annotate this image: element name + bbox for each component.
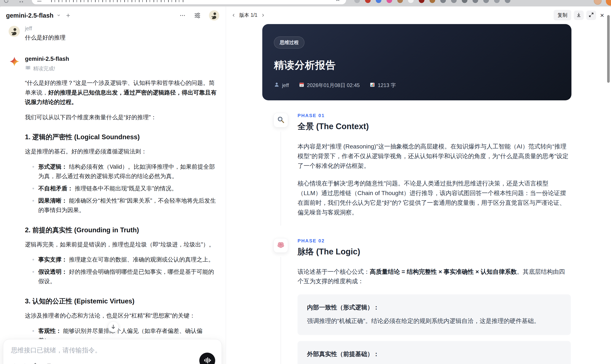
version-nav: 版本 1/1 bbox=[232, 12, 265, 18]
attach-button[interactable] bbox=[11, 363, 18, 364]
section-intro: 这是推理的基石。好的推理必须遵循逻辑法则： bbox=[25, 147, 217, 156]
phase-paragraph: 核心情境在于解决“思考的随意性”问题。不论是人类通过批判性思维进行决策，还是大语… bbox=[298, 179, 571, 217]
phase-rail bbox=[273, 238, 288, 364]
section-intro: 这涉及推理者的心态和方法论，也是区分“杠精”和“思想家”的关键： bbox=[25, 311, 217, 321]
download-button[interactable] bbox=[574, 11, 584, 20]
waveform-icon bbox=[203, 356, 212, 364]
new-chat-button[interactable] bbox=[66, 13, 71, 18]
chat-panel: gemini-2.5-flash bbox=[0, 5, 226, 364]
browser-extension-icon[interactable] bbox=[354, 0, 360, 3]
settings-sliders-button[interactable] bbox=[194, 12, 201, 19]
close-button[interactable]: × bbox=[599, 12, 605, 19]
assistant-rich-content: “什么是好的推理？”这是一个涉及逻辑学、认知科学和哲学核心的问题。简单来说，好的… bbox=[25, 78, 217, 364]
extension-icons bbox=[354, 0, 510, 3]
browser-extension-icon[interactable] bbox=[419, 0, 425, 3]
scrollbar-thumb[interactable] bbox=[607, 15, 610, 83]
logic-card: 内部一致性（形式逻辑）： 强调推理的“机械正确”。结论必须在给定的规则系统内逻辑… bbox=[298, 294, 571, 335]
skills-button[interactable] bbox=[31, 363, 39, 364]
browser-app-icon[interactable] bbox=[606, 0, 611, 6]
book-icon bbox=[25, 65, 31, 72]
user-avatar bbox=[9, 26, 20, 37]
voice-input-button[interactable] bbox=[199, 353, 215, 364]
report-scroll-area: 思维过程 精读分析报告 jeff 17 bbox=[226, 24, 607, 364]
toolbar-divider bbox=[25, 363, 25, 364]
browser-extension-icon[interactable] bbox=[505, 0, 510, 3]
browser-extension-icon[interactable] bbox=[494, 0, 500, 3]
bullet-item: 不自相矛盾： 推理链条中不能出现“既是又非”的情况。 bbox=[25, 184, 217, 193]
browser-extension-icon[interactable] bbox=[451, 0, 457, 3]
assistant-lead: 我们可以从以下四个维度来衡量什么是“好的推理”： bbox=[25, 113, 217, 122]
bookmark-star-icon[interactable] bbox=[335, 0, 341, 3]
bullet-item: 事实支撑： 推理建立在可靠的数据、准确的观测或公认的真理之上。 bbox=[25, 255, 217, 264]
browser-extension-icon[interactable] bbox=[365, 0, 371, 3]
browser-extension-icon[interactable] bbox=[483, 0, 489, 3]
composer-input[interactable] bbox=[11, 347, 200, 354]
user-message-text: 什么是好的推理 bbox=[25, 34, 217, 41]
logic-cards: 内部一致性（形式逻辑）： 强调推理的“机械正确”。结论必须在给定的规则系统内逻辑… bbox=[298, 294, 571, 364]
browser-extension-icon[interactable] bbox=[430, 0, 435, 3]
assistant-name: gemini-2.5-flash bbox=[25, 56, 217, 62]
logic-card-text: 强调推理的“机械正确”。结论必须在给定的规则系统内逻辑自洽，这是推理的硬件基础。 bbox=[307, 316, 561, 326]
browser-extension-icon[interactable] bbox=[408, 0, 414, 3]
browser-profile-avatar[interactable] bbox=[594, 0, 601, 5]
browser-extension-icon[interactable] bbox=[473, 0, 478, 3]
composer-toolbar bbox=[11, 363, 214, 364]
version-next-button[interactable] bbox=[261, 13, 265, 18]
browser-extension-icon[interactable] bbox=[397, 0, 403, 3]
sliders-icon bbox=[194, 12, 201, 19]
app-window: gemini-2.5-flash bbox=[0, 5, 611, 364]
report-hero: 思维过程 精读分析报告 jeff 17 bbox=[262, 24, 571, 100]
browser-extension-icon[interactable] bbox=[462, 0, 467, 3]
section-intro: 逻辑再完美，如果前提是错误的，推理也是垃圾（即“垃圾进，垃圾出”）。 bbox=[25, 240, 217, 249]
grid-icon[interactable] bbox=[18, 0, 24, 4]
copy-button[interactable]: 复制 bbox=[554, 10, 571, 20]
bullet-item: 因果清晰： 能准确区分“相关性”和“因果关系”，不会轻率地将先后发生的事情归为因… bbox=[25, 196, 217, 215]
phase-paragraph: 本内容是对“推理 (Reasoning)”这一抽象概念的高层建模。在知识爆炸与人… bbox=[298, 142, 571, 171]
calendar-icon: 17 bbox=[299, 82, 305, 89]
phase-label: PHASE 01 bbox=[298, 113, 571, 118]
bullet-item: 假设透明： 好的推理会明确指明哪些是已知事实，哪些是基于可能的假设。 bbox=[25, 267, 217, 286]
logic-card-text: 强调推理的“经验校准”。解决“GIGO（垃圾进，垃圾出）”问题，确保推理引擎运行… bbox=[307, 363, 561, 364]
magnifier-icon bbox=[277, 116, 285, 124]
meta-datetime: 17 2026年01月08日 02:45 bbox=[299, 82, 360, 89]
gemini-icon bbox=[10, 56, 19, 67]
screenshot-root: gemini-2.5-flash bbox=[0, 0, 611, 364]
model-selector[interactable]: gemini-2.5-flash bbox=[6, 12, 61, 19]
person-icon bbox=[274, 82, 279, 89]
svg-text:17: 17 bbox=[300, 84, 303, 87]
user-message: jeff 什么是好的推理 bbox=[6, 25, 217, 41]
meta-author: jeff bbox=[274, 82, 289, 89]
bookmark-icon bbox=[46, 363, 53, 364]
phase-icon-box bbox=[273, 113, 288, 127]
phase-title: 全景 (The Context) bbox=[298, 121, 571, 132]
address-bar[interactable] bbox=[32, 0, 346, 4]
browser-extension-icon[interactable] bbox=[376, 0, 381, 3]
phase-rail bbox=[273, 113, 288, 226]
chat-header: gemini-2.5-flash bbox=[0, 5, 226, 23]
section-heading: 3. 认知的公正性 (Epistemic Virtues) bbox=[25, 296, 217, 307]
report-title: 精读分析报告 bbox=[274, 58, 560, 72]
assistant-intro: “什么是好的推理？”这是一个涉及逻辑学、认知科学和哲学核心的问题。简单来说，好的… bbox=[25, 78, 217, 107]
version-label: 版本 1/1 bbox=[239, 12, 257, 18]
brain-icon bbox=[277, 241, 285, 250]
report-meta: jeff 17 2026年01月08日 02:45 1 bbox=[274, 82, 560, 89]
bookmark-button[interactable] bbox=[46, 363, 53, 364]
version-prev-button[interactable] bbox=[232, 13, 236, 18]
timeline-line bbox=[280, 132, 281, 226]
download-icon bbox=[576, 12, 582, 18]
browser-top-strip bbox=[0, 0, 611, 6]
phase-paragraph: 该论述基于一个核心公式：高质量结论 = 结构完整性 × 事实准确性 × 认知自律… bbox=[298, 267, 571, 286]
bar-chart-icon bbox=[370, 82, 375, 89]
artifact-header: 版本 1/1 复制 bbox=[226, 5, 611, 24]
browser-extension-icon[interactable] bbox=[440, 0, 446, 3]
meta-word-count: 1213 字 bbox=[370, 82, 396, 89]
reload-icon[interactable] bbox=[3, 0, 9, 4]
profile-avatar[interactable] bbox=[209, 10, 219, 21]
scroll-to-bottom-button[interactable] bbox=[108, 322, 119, 332]
browser-extension-icon[interactable] bbox=[386, 0, 392, 3]
section-heading: 1. 逻辑的严密性 (Logical Soundness) bbox=[25, 131, 217, 143]
artifact-actions: 复制 × bbox=[554, 10, 605, 20]
expand-button[interactable] bbox=[586, 11, 596, 20]
menu-icon[interactable] bbox=[37, 0, 42, 3]
more-options-button[interactable] bbox=[179, 12, 186, 19]
